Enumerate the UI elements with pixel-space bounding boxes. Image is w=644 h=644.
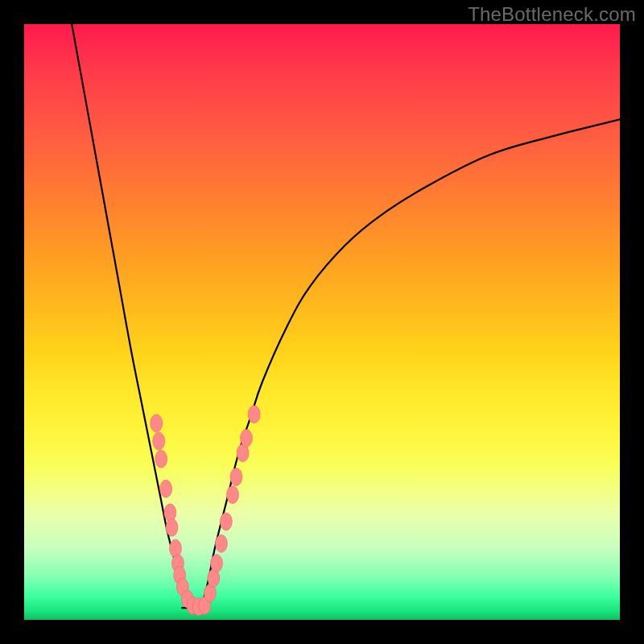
marker-dot (248, 406, 260, 423)
marker-dot (155, 450, 167, 468)
marker-dot (230, 468, 242, 485)
watermark-text: TheBottleneck.com (468, 3, 636, 26)
marker-dot (241, 429, 253, 447)
curve-svg (24, 24, 620, 620)
marker-dot (166, 518, 178, 536)
plot-area (24, 24, 620, 620)
marker-dot (227, 486, 239, 504)
marker-dot (215, 535, 227, 552)
chart-frame: TheBottleneck.com (0, 0, 644, 644)
marker-dot (151, 415, 163, 432)
marker-dot (220, 513, 232, 530)
marker-dot (160, 480, 172, 497)
marker-dot (211, 555, 223, 572)
right-curve-path (203, 119, 620, 601)
marker-group (151, 406, 260, 616)
marker-dot (153, 432, 165, 450)
